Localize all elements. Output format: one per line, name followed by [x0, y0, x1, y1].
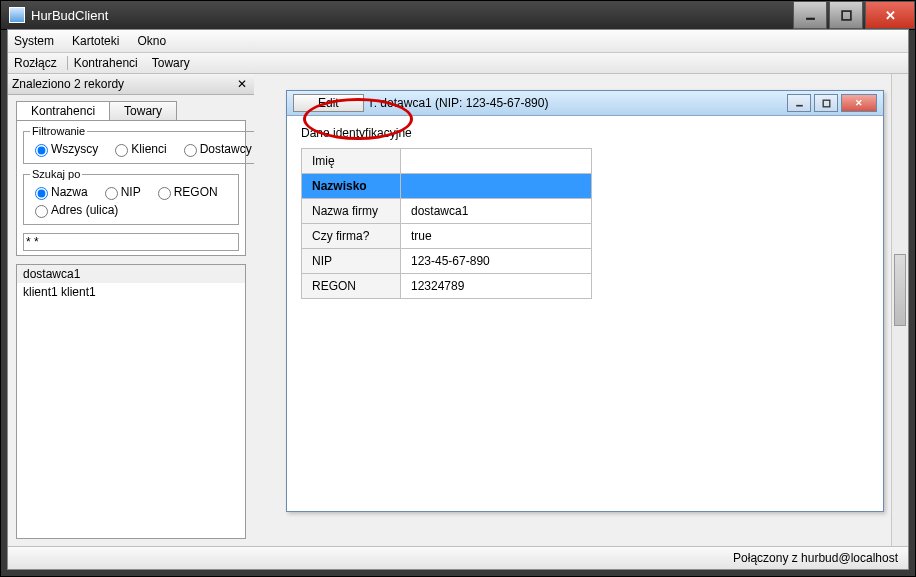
table-row[interactable]: REGON12324789: [302, 274, 592, 299]
filter-wszyscy[interactable]: Wszyscy: [30, 141, 98, 157]
filter-fieldset: Filtrowanie Wszyscy Klienci Dostawcy: [23, 125, 271, 164]
row-value: dostawca1: [401, 199, 592, 224]
toolbar-kontrahenci[interactable]: Kontrahenci: [74, 56, 138, 70]
row-label: REGON: [302, 274, 401, 299]
window-minimize-button[interactable]: [793, 1, 827, 29]
table-row[interactable]: NIP123-45-67-890: [302, 249, 592, 274]
status-text: Połączony z hurbud@localhost: [733, 551, 898, 565]
table-row[interactable]: Czy firma?true: [302, 224, 592, 249]
filter-legend: Filtrowanie: [30, 125, 87, 137]
filter-klienci[interactable]: Klienci: [110, 141, 166, 157]
client-area: System Kartoteki Okno Rozłącz Kontrahenc…: [7, 29, 909, 570]
search-adres-radio[interactable]: [35, 205, 48, 218]
child-body: Dane identyfikacyjne ImięNazwiskoNazwa f…: [287, 116, 883, 309]
mdi-scrollbar[interactable]: [891, 74, 908, 547]
row-label: Imię: [302, 149, 401, 174]
row-value: [401, 149, 592, 174]
table-row[interactable]: Nazwisko: [302, 174, 592, 199]
app-window: HurBudClient ✕ System Kartoteki Okno Roz…: [0, 0, 916, 577]
child-close-button[interactable]: ✕: [841, 94, 877, 112]
list-item[interactable]: klient1 klient1: [17, 283, 245, 301]
row-value: true: [401, 224, 592, 249]
toolbar-rozlacz[interactable]: Rozłącz: [14, 56, 57, 70]
filter-dostawcy-radio[interactable]: [184, 144, 197, 157]
row-value: [401, 174, 592, 199]
toolbar: Rozłącz Kontrahenci Towary: [8, 53, 908, 74]
search-nip-radio[interactable]: [105, 187, 118, 200]
section-title: Dane identyfikacyjne: [301, 126, 869, 140]
menu-okno[interactable]: Okno: [137, 34, 166, 48]
menubar[interactable]: System Kartoteki Okno: [8, 30, 908, 53]
child-titlebar[interactable]: Edit r: dotawca1 (NIP: 123-45-67-890) ✕: [287, 91, 883, 116]
toolbar-towary[interactable]: Towary: [152, 56, 190, 70]
app-icon: [9, 7, 25, 23]
panel-close-button[interactable]: ✕: [234, 77, 250, 91]
search-input[interactable]: [23, 233, 239, 251]
row-value: 12324789: [401, 274, 592, 299]
window-maximize-button[interactable]: [829, 1, 863, 29]
search-nip[interactable]: NIP: [100, 184, 141, 200]
left-panel: Znaleziono 2 rekordy ✕ Kontrahenci Towar…: [8, 74, 255, 547]
table-row[interactable]: Nazwa firmydostawca1: [302, 199, 592, 224]
tab-page: Filtrowanie Wszyscy Klienci Dostawcy Szu…: [16, 120, 246, 256]
tab-towary[interactable]: Towary: [109, 101, 177, 120]
child-window: Edit r: dotawca1 (NIP: 123-45-67-890) ✕ …: [286, 90, 884, 512]
svg-rect-3: [823, 100, 830, 107]
close-icon: ✕: [885, 8, 896, 23]
row-value: 123-45-67-890: [401, 249, 592, 274]
child-window-title: r: dotawca1 (NIP: 123-45-67-890): [370, 96, 784, 110]
scrollbar-thumb[interactable]: [894, 254, 906, 326]
panel-header-text: Znaleziono 2 rekordy: [12, 77, 234, 91]
menu-system[interactable]: System: [14, 34, 54, 48]
app-title: HurBudClient: [31, 8, 791, 23]
tab-kontrahenci[interactable]: Kontrahenci: [16, 101, 110, 120]
titlebar[interactable]: HurBudClient ✕: [1, 1, 915, 30]
mdi-area: Edit r: dotawca1 (NIP: 123-45-67-890) ✕ …: [254, 74, 908, 547]
filter-dostawcy[interactable]: Dostawcy: [179, 141, 252, 157]
child-maximize-button[interactable]: [814, 94, 838, 112]
status-bar: Połączony z hurbud@localhost: [8, 546, 908, 569]
window-close-button[interactable]: ✕: [865, 1, 915, 29]
row-label: Nazwisko: [302, 174, 401, 199]
result-list[interactable]: dostawca1 klient1 klient1: [16, 264, 246, 539]
table-row[interactable]: Imię: [302, 149, 592, 174]
search-fieldset: Szukaj po Nazwa NIP REGON Adres (ulica): [23, 168, 239, 225]
svg-rect-1: [842, 11, 851, 20]
row-label: Czy firma?: [302, 224, 401, 249]
list-item[interactable]: dostawca1: [17, 265, 245, 283]
menu-kartoteki[interactable]: Kartoteki: [72, 34, 119, 48]
filter-klienci-radio[interactable]: [115, 144, 128, 157]
toolbar-separator: [67, 56, 68, 70]
search-regon-radio[interactable]: [158, 187, 171, 200]
search-nazwa[interactable]: Nazwa: [30, 184, 88, 200]
search-adres[interactable]: Adres (ulica): [30, 202, 118, 218]
search-regon[interactable]: REGON: [153, 184, 218, 200]
row-label: NIP: [302, 249, 401, 274]
search-legend: Szukaj po: [30, 168, 82, 180]
child-minimize-button[interactable]: [787, 94, 811, 112]
panel-header: Znaleziono 2 rekordy ✕: [8, 74, 254, 95]
row-label: Nazwa firmy: [302, 199, 401, 224]
edit-button[interactable]: Edit: [293, 94, 364, 112]
search-nazwa-radio[interactable]: [35, 187, 48, 200]
details-grid[interactable]: ImięNazwiskoNazwa firmydostawca1Czy firm…: [301, 148, 592, 299]
filter-wszyscy-radio[interactable]: [35, 144, 48, 157]
